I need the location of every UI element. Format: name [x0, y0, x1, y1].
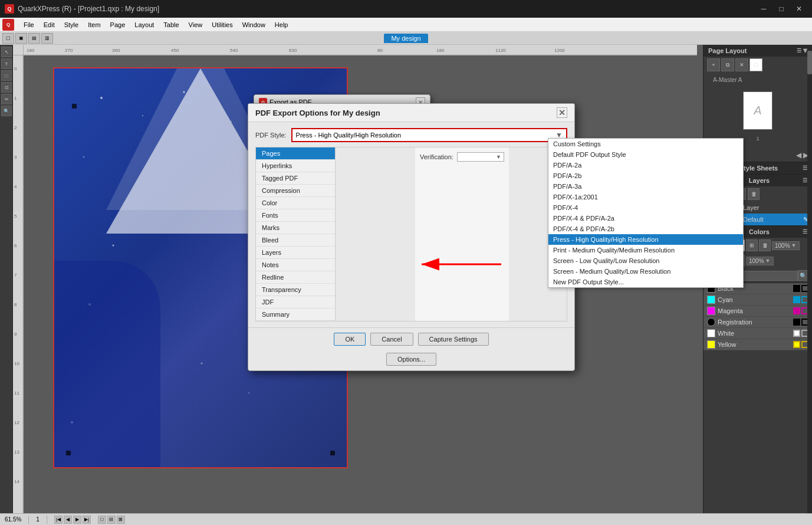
- dropdown-pdfx-1a[interactable]: PDF/X-1a:2001: [548, 192, 743, 202]
- pl-add-page[interactable]: +: [707, 58, 720, 71]
- tool-text[interactable]: T: [1, 58, 12, 69]
- menu-layout[interactable]: Layout: [130, 20, 159, 29]
- pl-delete[interactable]: ✕: [735, 58, 748, 71]
- color-fill-icon-white: [793, 330, 800, 337]
- color-item-cyan[interactable]: Cyan: [703, 294, 812, 306]
- toolbar-icon-2[interactable]: ▣: [15, 33, 27, 44]
- view-single-btn[interactable]: □: [98, 516, 106, 524]
- colors-grid-btn[interactable]: ⊞: [746, 239, 758, 251]
- ss-menu-icon[interactable]: ☰: [803, 165, 807, 171]
- layers-delete-btn[interactable]: 🗑: [748, 188, 760, 200]
- dropdown-pdfx4-pdfa2a[interactable]: PDF/X-4 & PDF/A-2a: [548, 213, 743, 224]
- pdf-capture-btn[interactable]: Capture Settings: [418, 333, 489, 346]
- color-item-magenta[interactable]: Magenta: [703, 306, 812, 317]
- dropdown-pdfx4-pdfa2b[interactable]: PDF/X-4 & PDF/A-2b: [548, 224, 743, 234]
- dropdown-print-mq[interactable]: Print - Medium Quality/Medium Resolution: [548, 245, 743, 255]
- nav-bleed[interactable]: Bleed: [256, 234, 335, 247]
- nav-pages[interactable]: Pages: [256, 147, 335, 160]
- tool-box[interactable]: □: [1, 70, 12, 81]
- panel-scrollbar[interactable]: [807, 45, 812, 525]
- color-percent-1[interactable]: 100%▼: [772, 241, 800, 250]
- menu-view[interactable]: View: [184, 20, 208, 29]
- panel-menu-icon[interactable]: ☰: [797, 48, 801, 54]
- menu-edit[interactable]: Edit: [39, 20, 60, 29]
- pdf-ok-btn[interactable]: OK: [334, 333, 366, 346]
- tool-zoom[interactable]: 🔍: [1, 106, 12, 116]
- color-icons-white: [793, 330, 808, 337]
- nav-compression[interactable]: Compression: [256, 185, 335, 197]
- nav-transparency[interactable]: Transparency: [256, 284, 335, 296]
- pl-page-icon[interactable]: □: [749, 58, 762, 71]
- nav-color[interactable]: Color: [256, 197, 335, 209]
- color-item-yellow[interactable]: Yellow: [703, 339, 812, 350]
- toolbar-icon-4[interactable]: ▥: [41, 33, 53, 44]
- layers-menu-icon[interactable]: ☰: [803, 178, 807, 183]
- pl-duplicate[interactable]: ⧉: [721, 58, 734, 71]
- menu-utilities[interactable]: Utilities: [207, 20, 237, 29]
- nav-prev-btn[interactable]: ◀: [64, 516, 72, 524]
- tool-pen[interactable]: ✏: [1, 94, 12, 104]
- nav-fonts[interactable]: Fonts: [256, 209, 335, 222]
- colors-delete-btn[interactable]: 🗑: [759, 239, 771, 251]
- nav-redline[interactable]: Redline: [256, 271, 335, 284]
- menu-style[interactable]: Style: [60, 20, 83, 29]
- nav-last-btn[interactable]: ▶|: [83, 516, 91, 524]
- pdf-style-dropdown[interactable]: Press - High Quality/High Resolution ▼: [291, 128, 567, 142]
- nav-hyperlinks[interactable]: Hyperlinks: [256, 160, 335, 172]
- nav-layers[interactable]: Layers: [256, 247, 335, 259]
- panel-scroll-thumb[interactable]: [807, 51, 812, 74]
- color-item-registration[interactable]: Registration: [703, 317, 812, 328]
- dropdown-custom-settings[interactable]: Custom Settings: [548, 139, 743, 149]
- pdf-cancel-btn[interactable]: Cancel: [370, 333, 413, 346]
- page-layout-header[interactable]: Page Layout ☰ ▶: [703, 45, 812, 57]
- dropdown-pdfa-3a[interactable]: PDF/A-3a: [548, 181, 743, 192]
- dropdown-screen-mq[interactable]: Screen - Medium Quality/Low Resolution: [548, 266, 743, 277]
- pdf-dialog-close-btn[interactable]: ✕: [557, 107, 567, 118]
- close-button[interactable]: ✕: [791, 1, 807, 17]
- menu-window[interactable]: Window: [238, 20, 270, 29]
- menu-item[interactable]: Item: [83, 20, 105, 29]
- nav-summary[interactable]: Summary: [256, 309, 335, 321]
- toolbar-icon-3[interactable]: ▤: [28, 33, 40, 44]
- tool-arrow[interactable]: ↖: [1, 47, 12, 57]
- restore-button[interactable]: □: [773, 1, 790, 17]
- pdf-dialog-footer: OK Cancel Capture Settings: [248, 327, 574, 350]
- minimize-button[interactable]: ─: [755, 1, 772, 17]
- dropdown-pdfx-4[interactable]: PDF/X-4: [548, 202, 743, 213]
- document-tab[interactable]: My design: [384, 34, 428, 43]
- page-thumbnail[interactable]: A: [743, 91, 772, 130]
- dropdown-screen-lq[interactable]: Screen - Low Quality/Low Resolution: [548, 255, 743, 266]
- color-swatch-yellow-item: [707, 340, 715, 349]
- dropdown-press-hq[interactable]: Press - High Quality/High Resolution: [548, 234, 743, 245]
- page-prev-btn[interactable]: ◀: [796, 151, 801, 159]
- corner-dot-tl: [72, 104, 77, 109]
- svg-text:9: 9: [14, 332, 17, 337]
- dropdown-pdfa-2a[interactable]: PDF/A-2a: [548, 160, 743, 170]
- pdf-options-btn[interactable]: Options...: [386, 353, 436, 366]
- nav-notes[interactable]: Notes: [256, 259, 335, 271]
- menu-file[interactable]: File: [19, 20, 39, 29]
- color-item-white[interactable]: White: [703, 328, 812, 339]
- verification-dropdown[interactable]: ▼: [457, 152, 504, 162]
- dropdown-pdfa-2b[interactable]: PDF/A-2b: [548, 170, 743, 181]
- tool-image[interactable]: ⊡: [1, 82, 12, 93]
- menu-page[interactable]: Page: [106, 20, 130, 29]
- nav-jdf[interactable]: JDF: [256, 296, 335, 309]
- svg-point-31: [83, 156, 84, 158]
- view-spread-btn[interactable]: ⊟: [107, 516, 116, 524]
- nav-marks[interactable]: Marks: [256, 222, 335, 234]
- menu-help[interactable]: Help: [270, 20, 293, 29]
- dropdown-default-output[interactable]: Default PDF Output Style: [548, 149, 743, 160]
- menu-table[interactable]: Table: [159, 20, 183, 29]
- colors-menu-icon[interactable]: ☰: [803, 229, 807, 235]
- color-percent-2[interactable]: 100%▼: [746, 257, 774, 265]
- verification-arrow: ▼: [496, 154, 501, 160]
- nav-tagged-pdf[interactable]: Tagged PDF: [256, 172, 335, 185]
- nav-first-btn[interactable]: |◀: [54, 516, 63, 524]
- master-label: A-Master A: [708, 76, 747, 84]
- nav-next-btn[interactable]: ▶: [73, 516, 81, 524]
- toolbar-icon-1[interactable]: ▢: [2, 33, 14, 44]
- view-book-btn[interactable]: ⊠: [117, 516, 125, 524]
- dropdown-new-output[interactable]: New PDF Output Style...: [548, 277, 743, 287]
- color-name-registration: Registration: [718, 319, 752, 326]
